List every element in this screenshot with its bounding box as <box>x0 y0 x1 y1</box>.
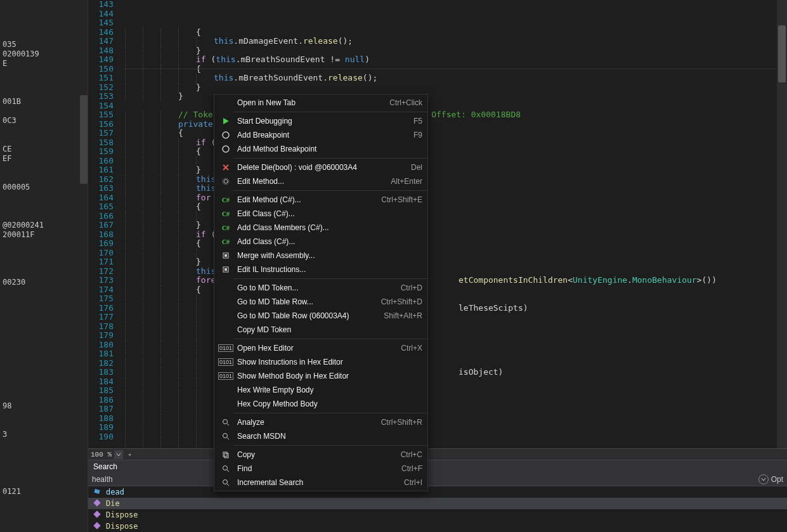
tree-item[interactable] <box>0 77 88 87</box>
tree-item[interactable] <box>0 448 88 458</box>
tree-item[interactable]: E <box>0 58 88 68</box>
tree-item[interactable] <box>0 68 88 77</box>
menu-item[interactable]: Go to MD Table Row (060003A4)Shift+Alt+R <box>214 309 427 323</box>
menu-item[interactable]: Edit Method...Alt+Enter <box>214 174 427 188</box>
cs-icon: C# <box>219 195 232 205</box>
tree-item[interactable]: 3 <box>0 429 88 439</box>
menu-item[interactable]: Add Method Breakpoint <box>214 142 427 156</box>
menu-item[interactable]: 0101Open Hex EditorCtrl+X <box>214 341 427 355</box>
menu-item[interactable]: Search MSDN <box>214 429 427 443</box>
search-result-row[interactable]: Dispose <box>88 521 787 532</box>
menu-item[interactable]: C#Add Class Members (C#)... <box>214 221 427 235</box>
tree-item[interactable] <box>0 410 88 420</box>
line-number: 144 <box>88 10 114 19</box>
zoom-level[interactable]: 100 % <box>91 451 112 458</box>
tree-item[interactable] <box>0 315 88 325</box>
tree-item[interactable]: @02000241 <box>0 220 88 230</box>
assembly-explorer-panel[interactable]: 03502000139E001B0C3CEEF000005 @020002412… <box>0 0 88 532</box>
code-line[interactable]: { <box>125 28 777 37</box>
search-options-button[interactable]: Opt <box>758 474 783 484</box>
code-editor[interactable]: 1431441451461471481491501511521531541551… <box>88 0 787 448</box>
tree-item[interactable]: 0121 <box>0 486 88 496</box>
menu-item[interactable]: Go to MD Token...Ctrl+D <box>214 281 427 295</box>
tree-item[interactable] <box>0 334 88 344</box>
tree-item[interactable] <box>0 191 88 201</box>
menu-item[interactable]: Hex Write Empty Body <box>214 383 427 397</box>
menu-item[interactable]: AnalyzeCtrl+Shift+R <box>214 415 427 429</box>
tree-item[interactable] <box>0 439 88 448</box>
menu-item[interactable]: Open in New TabCtrl+Click <box>214 96 427 110</box>
tree-item[interactable]: 00230 <box>0 277 88 287</box>
sidebar-scrollbar[interactable] <box>80 95 88 184</box>
tree-item[interactable] <box>0 211 88 220</box>
menu-item[interactable]: Add BreakpointF9 <box>214 128 427 142</box>
tree-item[interactable] <box>0 382 88 391</box>
menu-item[interactable]: C#Add Class (C#)... <box>214 235 427 249</box>
menu-item[interactable]: Merge with Assembly... <box>214 249 427 263</box>
tree-item[interactable] <box>0 134 88 144</box>
tree-item[interactable] <box>0 125 88 134</box>
search-result-row[interactable]: Dispose <box>88 509 787 521</box>
tree-item[interactable] <box>0 20 88 30</box>
tree-item[interactable] <box>0 239 88 249</box>
tree-item[interactable]: 035 <box>0 39 88 49</box>
tree-item[interactable] <box>0 201 88 211</box>
menu-item[interactable]: 0101Show Method Body in Hex Editor <box>214 369 427 383</box>
code-line[interactable]: if (this.mBreathSoundEvent != null) <box>125 55 777 65</box>
menu-item[interactable]: Incremental SearchCtrl+I <box>214 476 427 490</box>
tree-item[interactable] <box>0 467 88 477</box>
tree-item[interactable] <box>0 268 88 277</box>
code-line[interactable]: this.mBreathSoundEvent.release(); <box>125 74 777 83</box>
tree-item[interactable]: 000005 <box>0 182 88 191</box>
code-line[interactable]: } <box>125 46 777 56</box>
menu-item[interactable]: 0101Show Instructions in Hex Editor <box>214 355 427 369</box>
tree-item[interactable]: CE <box>0 144 88 153</box>
tree-item[interactable] <box>0 325 88 334</box>
tree-item[interactable] <box>0 420 88 429</box>
tree-item[interactable]: 200011F <box>0 230 88 239</box>
menu-item[interactable]: FindCtrl+F <box>214 462 427 476</box>
tree-item[interactable] <box>0 249 88 258</box>
menu-item[interactable]: C#Edit Method (C#)...Ctrl+Shift+E <box>214 193 427 207</box>
search-result-row[interactable]: Die <box>88 498 787 509</box>
tree-item[interactable] <box>0 163 88 172</box>
menu-item[interactable]: Edit IL Instructions... <box>214 263 427 276</box>
zoom-dropdown-icon[interactable] <box>114 450 123 459</box>
tree-item[interactable]: 0C3 <box>0 115 88 125</box>
menu-item[interactable]: C#Edit Class (C#)... <box>214 207 427 221</box>
menu-item[interactable]: Hex Copy Method Body <box>214 397 427 411</box>
menu-item[interactable]: Go to MD Table Row...Ctrl+Shift+D <box>214 295 427 309</box>
search-result-row[interactable]: dead <box>88 486 787 498</box>
tree-item[interactable] <box>0 87 88 96</box>
tree-item[interactable] <box>0 477 88 486</box>
tree-item[interactable] <box>0 296 88 306</box>
tree-item[interactable] <box>0 344 88 353</box>
scrollbar-thumb[interactable] <box>778 25 786 82</box>
tree-item[interactable] <box>0 258 88 268</box>
editor-vertical-scrollbar[interactable] <box>777 0 787 448</box>
tree-item[interactable] <box>0 106 88 115</box>
tree-item[interactable] <box>0 306 88 315</box>
code-line[interactable]: } <box>125 83 777 93</box>
menu-item[interactable]: CopyCtrl+C <box>214 448 427 462</box>
tree-item[interactable] <box>0 11 88 20</box>
tree-item[interactable] <box>0 391 88 401</box>
tree-item[interactable]: 98 <box>0 401 88 410</box>
menu-item[interactable]: Delete Die(bool) : void @060003A4Del <box>214 160 427 174</box>
tree-item[interactable] <box>0 363 88 372</box>
menu-item[interactable]: Copy MD Token <box>214 323 427 337</box>
tree-item[interactable]: 02000139 <box>0 49 88 58</box>
tree-item[interactable] <box>0 372 88 382</box>
tree-item[interactable]: EF <box>0 153 88 163</box>
menu-item[interactable]: Start DebuggingF5 <box>214 114 427 128</box>
tree-item[interactable] <box>0 172 88 182</box>
code-line[interactable]: this.mDamageEvent.release(); <box>125 37 777 46</box>
tree-item[interactable] <box>0 30 88 39</box>
tree-item[interactable] <box>0 287 88 296</box>
scroll-left-icon[interactable]: ◂ <box>126 451 133 458</box>
tree-item[interactable] <box>0 353 88 363</box>
context-menu[interactable]: Open in New TabCtrl+ClickStart Debugging… <box>214 94 428 491</box>
tree-item[interactable] <box>0 1 88 11</box>
tree-item[interactable]: 001B <box>0 96 88 106</box>
tree-item[interactable] <box>0 458 88 467</box>
